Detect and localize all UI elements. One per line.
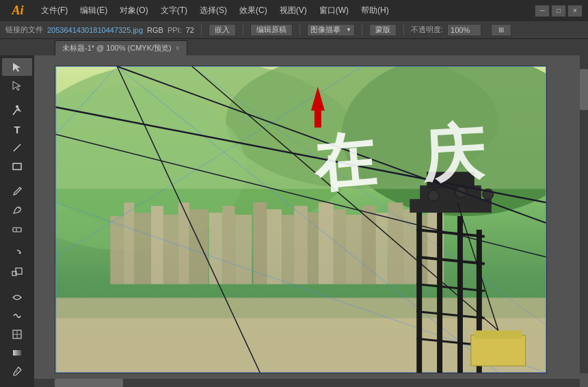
scrollbar-horizontal[interactable] — [34, 379, 580, 387]
embed-button[interactable]: 嵌入 — [209, 24, 236, 36]
svg-line-1 — [14, 144, 21, 151]
svg-rect-43 — [319, 202, 334, 284]
svg-rect-75 — [471, 335, 526, 366]
svg-rect-60 — [416, 202, 422, 373]
svg-rect-29 — [124, 202, 134, 284]
svg-rect-44 — [334, 209, 346, 284]
svg-text:在: 在 — [310, 125, 388, 199]
filename-link[interactable]: 20536414301810447325.jpg — [47, 26, 143, 34]
ppi-value: 72 — [186, 26, 194, 34]
svg-rect-37 — [235, 215, 252, 284]
svg-rect-31 — [151, 206, 163, 284]
svg-rect-42 — [308, 213, 319, 284]
mesh-tool[interactable] — [2, 325, 32, 343]
canvas-image: 在 庆 — [55, 66, 546, 373]
type-tool[interactable]: T — [2, 120, 32, 138]
canvas-area[interactable]: 在 庆 — [34, 55, 588, 387]
eraser-tool[interactable] — [2, 219, 32, 237]
menu-help[interactable]: 帮助(H) — [356, 0, 395, 21]
tab-bar: 未标题-1* @ 100% (CMYK/预览) × — [0, 39, 588, 55]
separator-3 — [299, 25, 300, 36]
select-tool[interactable] — [2, 58, 32, 76]
transform-tools — [0, 245, 34, 281]
app-logo: Ai — [5, 0, 30, 21]
options-bar: 链接的文件 20536414301810447325.jpg RGB PPI: … — [0, 21, 588, 39]
pencil-tool[interactable] — [2, 201, 32, 219]
svg-rect-62 — [457, 216, 463, 373]
draft-button[interactable]: 蒙版 — [369, 24, 397, 36]
svg-rect-12 — [13, 350, 21, 356]
window-close[interactable]: × — [567, 5, 583, 17]
svg-point-0 — [16, 105, 18, 108]
ppi-label: PPI: — [168, 26, 182, 34]
main-area: T — [0, 55, 588, 387]
gradient-tool[interactable] — [2, 344, 32, 362]
draw-tools: T — [0, 102, 34, 175]
left-toolbar: T — [0, 55, 34, 387]
svg-rect-33 — [178, 202, 189, 284]
paint-tools — [0, 183, 34, 237]
paintbrush-tool[interactable] — [2, 183, 32, 200]
document-canvas: 在 庆 — [55, 66, 547, 373]
svg-rect-40 — [282, 215, 294, 284]
image-trace-dropdown[interactable]: 图像描摹 — [307, 24, 355, 36]
svg-rect-45 — [346, 215, 362, 284]
pen-tool[interactable] — [2, 102, 32, 120]
direct-select-tool[interactable] — [2, 77, 32, 94]
svg-rect-35 — [209, 213, 223, 284]
svg-rect-47 — [376, 213, 388, 284]
svg-text:庆: 庆 — [420, 118, 490, 189]
tab-title: 未标题-1* @ 100% (CMYK/预览) — [62, 43, 172, 53]
menu-effect[interactable]: 效果(C) — [234, 0, 273, 21]
menu-file[interactable]: 文件(F) — [36, 0, 73, 21]
rect-tool[interactable] — [2, 157, 32, 175]
menu-view[interactable]: 视图(V) — [274, 0, 312, 21]
panel-arrange-btn[interactable]: ⊞ — [491, 24, 511, 36]
svg-rect-49 — [403, 209, 416, 284]
warp-tool[interactable] — [2, 307, 32, 325]
menu-select[interactable]: 选择(S) — [194, 0, 232, 21]
menu-object[interactable]: 对象(O) — [114, 0, 153, 21]
color-mode-value: RGB — [147, 26, 163, 34]
svg-rect-36 — [223, 206, 235, 284]
menu-edit[interactable]: 编辑(E) — [75, 0, 113, 21]
eyedropper-tool[interactable] — [2, 362, 32, 380]
svg-rect-76 — [475, 330, 522, 338]
rotate-tool[interactable] — [2, 245, 32, 263]
document-tab[interactable]: 未标题-1* @ 100% (CMYK/预览) × — [55, 40, 187, 55]
edit-original-button[interactable]: 编辑原稿 — [250, 24, 293, 36]
svg-rect-28 — [110, 216, 124, 284]
line-tool[interactable] — [2, 139, 32, 157]
window-minimize[interactable]: ─ — [535, 5, 550, 17]
separator-4 — [362, 25, 362, 36]
svg-rect-30 — [134, 213, 151, 284]
opacity-label: 不透明度: — [411, 25, 443, 35]
menu-bar: 文件(F) 编辑(E) 对象(O) 文字(T) 选择(S) 效果(C) 视图(V… — [36, 0, 583, 21]
title-bar: Ai 文件(F) 编辑(E) 对象(O) 文字(T) 选择(S) 效果(C) 视… — [0, 0, 588, 21]
svg-rect-4 — [13, 228, 21, 232]
menu-window[interactable]: 窗口(W) — [314, 0, 354, 21]
svg-rect-48 — [388, 202, 403, 284]
menu-text[interactable]: 文字(T) — [155, 0, 193, 21]
opacity-input[interactable]: 100% — [447, 24, 481, 36]
separator-5 — [403, 25, 404, 36]
svg-rect-34 — [189, 209, 209, 284]
canvas-svg: 在 庆 — [55, 66, 546, 373]
svg-rect-32 — [163, 215, 178, 284]
link-label: 链接的文件 — [5, 25, 43, 35]
window-maximize[interactable]: □ — [551, 5, 566, 17]
svg-rect-2 — [13, 163, 21, 170]
separator-2 — [243, 25, 243, 36]
selection-tools — [0, 58, 34, 94]
tab-close-btn[interactable]: × — [176, 44, 180, 52]
svg-point-72 — [428, 190, 439, 201]
width-tool[interactable] — [2, 289, 32, 306]
misc-tools — [0, 289, 34, 380]
scrollbar-vertical[interactable] — [580, 55, 588, 373]
scale-tool[interactable] — [2, 263, 32, 281]
svg-rect-39 — [267, 209, 282, 284]
svg-point-3 — [18, 207, 20, 209]
separator-1 — [201, 25, 202, 36]
